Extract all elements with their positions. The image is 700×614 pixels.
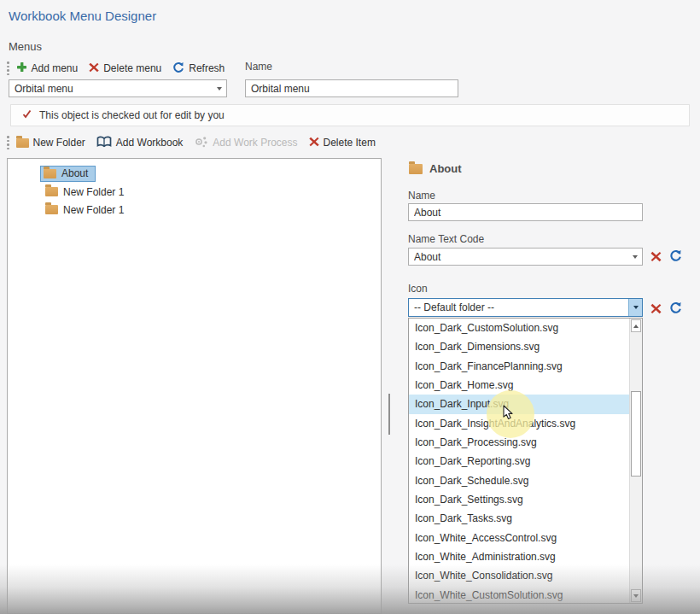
icon-option[interactable]: Icon_Dark_Reporting.svg [409, 452, 629, 471]
name-text-code-select[interactable]: About [408, 248, 643, 266]
mouse-cursor-icon [503, 405, 514, 423]
icon-option[interactable]: Icon_White_Consolidation.svg [409, 566, 629, 585]
tree-item-new-folder-1[interactable]: New Folder 1 [8, 183, 381, 201]
icon-option[interactable]: Icon_Dark_Settings.svg [409, 490, 629, 509]
dropdown-scrollbar[interactable] [629, 319, 642, 603]
folder-icon [16, 138, 29, 148]
icon-option[interactable]: Icon_Dark_FinancePlanning.svg [409, 357, 629, 376]
delete-x-icon [309, 137, 319, 149]
refresh-button[interactable]: Refresh [172, 61, 225, 76]
name-text-code-label: Name Text Code [408, 233, 484, 245]
scrollbar-thumb[interactable] [631, 391, 641, 477]
icon-option[interactable]: Icon_Dark_CustomSolution.svg [409, 319, 629, 337]
scroll-up-button[interactable] [631, 319, 641, 332]
chevron-down-icon [628, 249, 642, 265]
add-menu-button[interactable]: Add menu [16, 61, 79, 75]
chevron-down-icon [213, 80, 226, 96]
toolbar-grip-icon[interactable] [7, 61, 9, 75]
icon-option[interactable]: Icon_White_AccessControl.svg [409, 529, 629, 547]
panel-splitter[interactable] [388, 394, 390, 435]
folder-icon [409, 164, 423, 174]
toolbar-grip-icon[interactable] [7, 136, 9, 149]
new-folder-button[interactable]: New Folder [16, 137, 85, 149]
clear-icon-button[interactable] [649, 301, 662, 315]
tree-item-about[interactable]: About [8, 165, 381, 183]
gears-icon [194, 136, 208, 150]
clear-name-text-code-button[interactable] [649, 249, 662, 263]
icon-dropdown-list: Icon_Dark_CustomSolution.svg Icon_Dark_D… [408, 318, 643, 604]
icon-option[interactable]: Icon_Dark_Schedule.svg [409, 471, 629, 490]
icon-label: Icon [408, 283, 428, 295]
folder-icon [45, 187, 58, 196]
folder-icon [44, 169, 56, 178]
refresh-name-text-code-button[interactable] [668, 249, 682, 262]
tree-item-new-folder-2[interactable]: New Folder 1 [8, 201, 381, 219]
icon-option-container: Icon_Dark_CustomSolution.svg Icon_Dark_D… [409, 319, 629, 603]
detail-title: About [429, 162, 462, 175]
status-message: This object is checked out for edit by y… [39, 109, 225, 121]
icon-select[interactable]: -- Default folder -- [408, 298, 643, 317]
icon-option[interactable]: Icon_White_CustomSolution.svg [409, 586, 629, 604]
delete-menu-button[interactable]: Delete menu [89, 62, 161, 75]
check-icon [22, 109, 32, 121]
name-field[interactable] [408, 203, 643, 221]
delete-x-icon [89, 62, 99, 75]
menus-toolbar: Add menu Delete menu Refresh [7, 60, 225, 77]
open-book-icon [96, 136, 112, 150]
tree-selection: About [40, 166, 96, 182]
refresh-icon-button[interactable] [668, 301, 682, 314]
chevron-down-icon [628, 299, 642, 316]
icon-option[interactable]: Icon_White_Administration.svg [409, 547, 629, 566]
checkout-status-bar: This object is checked out for edit by y… [10, 104, 690, 126]
icon-option[interactable]: Icon_Dark_Tasks.svg [409, 509, 629, 528]
chevron-up-icon [633, 325, 639, 328]
menu-tree-panel: About New Folder 1 New Folder 1 [7, 158, 382, 614]
plus-icon [16, 61, 27, 75]
menu-select[interactable]: Orbital menu [9, 79, 227, 97]
detail-header: About [409, 162, 462, 175]
page-title: Workbook Menu Designer [9, 9, 156, 23]
items-toolbar: New Folder Add Workbook Add Work Process… [7, 134, 376, 151]
delete-item-button[interactable]: Delete Item [309, 137, 376, 149]
menu-name-label: Name [245, 61, 272, 73]
folder-icon [45, 205, 58, 214]
icon-option[interactable]: Icon_Dark_Dimensions.svg [409, 337, 629, 356]
menus-section-label: Menus [9, 40, 42, 53]
add-workbook-button[interactable]: Add Workbook [96, 136, 184, 150]
menu-name-input[interactable] [245, 79, 458, 97]
chevron-down-icon [633, 594, 639, 598]
add-work-process-button[interactable]: Add Work Process [194, 136, 297, 150]
refresh-icon [172, 61, 184, 76]
name-label: Name [408, 190, 435, 202]
scroll-down-button[interactable] [631, 589, 641, 602]
